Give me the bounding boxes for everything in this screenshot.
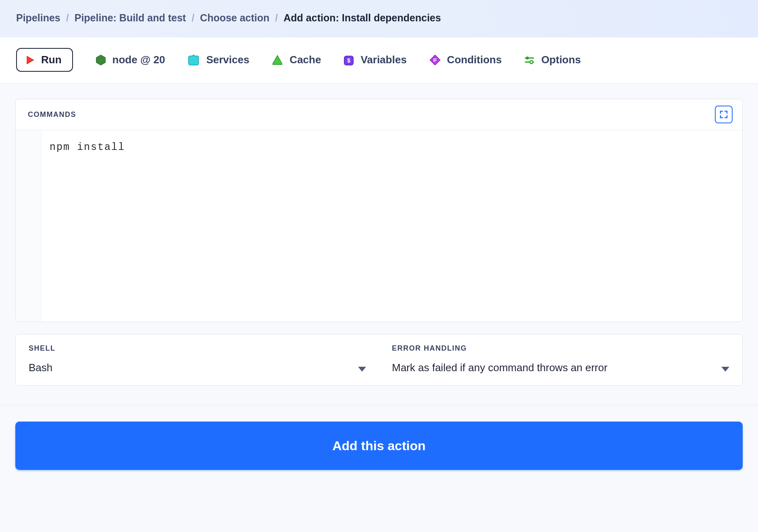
tab-services-label: Services <box>206 54 249 66</box>
main-content: COMMANDS npm install SHELL Bash ERROR HA… <box>0 83 758 386</box>
tab-conditions-label: Conditions <box>447 54 502 66</box>
services-icon <box>187 54 200 66</box>
shell-value: Bash <box>29 362 366 374</box>
conditions-icon: IF <box>429 54 441 66</box>
shell-select[interactable]: SHELL Bash <box>16 335 379 385</box>
breadcrumb-current: Add action: Install dependencies <box>283 12 441 24</box>
footer: Add this action <box>0 405 758 486</box>
fullscreen-icon <box>719 110 729 119</box>
tab-variables[interactable]: $ Variables <box>343 54 406 66</box>
add-action-button[interactable]: Add this action <box>15 422 743 470</box>
node-icon <box>95 54 107 66</box>
breadcrumb: Pipelines / Pipeline: Build and test / C… <box>0 0 758 37</box>
settings-row: SHELL Bash ERROR HANDLING Mark as failed… <box>15 334 743 386</box>
svg-text:$: $ <box>348 58 351 64</box>
breadcrumb-separator: / <box>66 12 69 24</box>
cache-icon <box>271 54 284 66</box>
code-content: npm install <box>42 130 742 322</box>
code-editor[interactable]: npm install <box>16 130 742 322</box>
editor-gutter <box>16 130 42 322</box>
svg-point-6 <box>530 60 533 64</box>
options-icon <box>523 54 535 66</box>
tab-cache-label: Cache <box>289 54 321 66</box>
tab-conditions[interactable]: IF Conditions <box>429 54 502 66</box>
breadcrumb-link-choose-action[interactable]: Choose action <box>200 12 269 24</box>
breadcrumb-link-pipelines[interactable]: Pipelines <box>16 12 60 24</box>
variables-icon: $ <box>343 54 355 66</box>
tab-cache[interactable]: Cache <box>271 54 321 66</box>
tab-run-label: Run <box>41 54 62 66</box>
chevron-down-icon <box>721 367 729 372</box>
tab-node-label: node @ 20 <box>112 54 165 66</box>
tab-run[interactable]: Run <box>16 48 73 72</box>
tab-options[interactable]: Options <box>523 54 581 66</box>
tabs-bar: Run node @ 20 Services Cache $ Variables… <box>0 37 758 83</box>
tab-options-label: Options <box>541 54 581 66</box>
error-handling-select[interactable]: ERROR HANDLING Mark as failed if any com… <box>379 335 742 385</box>
play-icon <box>24 54 35 66</box>
error-handling-value: Mark as failed if any command throws an … <box>392 362 729 374</box>
breadcrumb-separator: / <box>275 12 278 24</box>
tab-variables-label: Variables <box>360 54 406 66</box>
tab-node[interactable]: node @ 20 <box>95 54 165 66</box>
shell-label: SHELL <box>29 344 366 353</box>
fullscreen-button[interactable] <box>715 106 733 123</box>
breadcrumb-link-pipeline[interactable]: Pipeline: Build and test <box>75 12 186 24</box>
error-handling-label: ERROR HANDLING <box>392 344 729 353</box>
svg-text:IF: IF <box>433 58 437 62</box>
chevron-down-icon <box>358 367 366 372</box>
svg-point-5 <box>526 56 529 60</box>
tab-services[interactable]: Services <box>187 54 249 66</box>
commands-panel: COMMANDS npm install <box>15 99 743 322</box>
breadcrumb-separator: / <box>192 12 194 24</box>
commands-label: COMMANDS <box>28 110 76 119</box>
